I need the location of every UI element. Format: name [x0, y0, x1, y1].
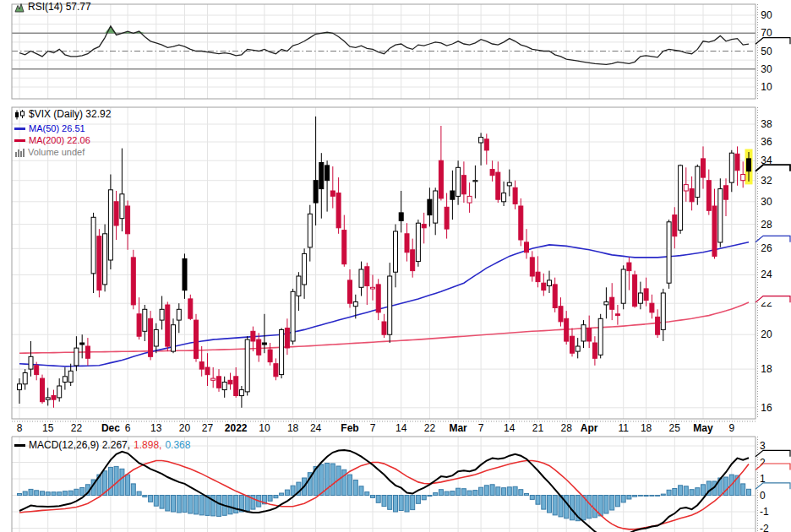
macd-histogram-bar [399, 496, 403, 511]
candle [416, 220, 420, 267]
macd-histogram-bar [80, 488, 85, 496]
ma50-legend-label: MA(50) 26.51 [29, 123, 85, 134]
macd-histogram-bar [371, 496, 375, 498]
date-axis-label: 22 [424, 422, 436, 434]
macd-histogram-bar [41, 491, 45, 496]
candle [280, 328, 284, 379]
macd-histogram-bar [496, 487, 500, 496]
macd-histogram-bar [74, 489, 79, 495]
ma50-legend: MA(50) 26.51 [14, 123, 85, 134]
candle [621, 265, 625, 309]
macd-histogram-bar [57, 492, 62, 496]
macd-histogram-bar [199, 496, 204, 515]
macd-histogram-bar [120, 469, 124, 495]
macd-histogram-bar [149, 496, 153, 502]
macd-histogram-bar [245, 496, 249, 512]
macd-histogram-bar [434, 493, 438, 496]
macd-histogram-bar [29, 489, 33, 495]
date-axis-label: 8 [17, 422, 23, 434]
macd-histogram-bar [507, 487, 511, 496]
macd-histogram-bar [228, 496, 232, 514]
date-axis-label: 2022 [225, 422, 248, 434]
date-axis-label: 18 [641, 422, 652, 434]
macd-histogram-bar [513, 486, 517, 495]
date-axis-label: Feb [341, 422, 358, 434]
macd-histogram-bar [143, 496, 147, 497]
macd-histogram-bar [519, 490, 523, 496]
macd-histogram-bar [479, 487, 483, 495]
macd-legend-label: MACD(12,26,9) 2.267, [29, 440, 130, 451]
date-axis-label: 7 [478, 422, 484, 434]
macd-histogram-bar [217, 496, 221, 517]
date-axis-label: 11 [618, 422, 629, 434]
macd-histogram-bar [177, 496, 181, 513]
macd-signal-value: 1.898, [134, 440, 161, 451]
macd-histogram-bar [627, 496, 631, 500]
macd-histogram-bar [330, 464, 335, 496]
macd-histogram-bar [394, 496, 398, 513]
macd-histogram-bar [684, 486, 688, 496]
price-axis-label: 20 [761, 328, 772, 340]
macd-histogram-bar [348, 475, 352, 495]
macd-histogram-bar [382, 496, 386, 507]
volume-bars-icon [14, 148, 25, 157]
macd-histogram-bar [548, 496, 552, 513]
price-axis-label: 30 [761, 196, 772, 208]
candle [41, 375, 45, 404]
macd-histogram-bar [565, 496, 569, 518]
rsi-axis-label: 50 [761, 46, 772, 57]
rsi-legend-label: RSI(14) 57.77 [28, 2, 91, 13]
volume-legend: Volume undef [14, 147, 85, 158]
candle [718, 178, 723, 247]
candle [149, 311, 153, 360]
symbol-legend-label: $VIX (Daily) 32.92 [29, 109, 111, 120]
price-axis-label: 32 [761, 175, 772, 187]
macd-histogram-bar [439, 490, 443, 496]
price-panel-plot-area[interactable] [12, 107, 756, 419]
price-axis-label: 16 [761, 402, 772, 414]
date-axis-label: May [693, 422, 713, 434]
macd-histogram-bar [365, 492, 369, 496]
macd-hist-value: 0.368 [165, 440, 190, 451]
macd-legend: MACD(12,26,9) 2.267, 1.898, 0.368 [14, 440, 190, 451]
rsi-legend: RSI(14) 57.77 [14, 2, 91, 13]
macd-histogram-bar [502, 488, 506, 496]
date-axis-label: 13 [150, 422, 162, 434]
price-axis-label: 26 [761, 242, 772, 254]
stockcharts-sharpchart: 907050301038363432302826242220181681522D… [0, 0, 791, 532]
macd-histogram-bar [52, 492, 56, 496]
candle [166, 301, 170, 351]
rsi-axis-label: 90 [761, 9, 772, 21]
date-axis-label: 14 [396, 422, 407, 434]
macd-histogram-bar [656, 496, 660, 497]
chart-canvas[interactable]: 907050301038363432302826242220181681522D… [0, 0, 791, 532]
macd-histogram-bar [211, 496, 215, 516]
symbol-legend: $VIX (Daily) 32.92 [14, 109, 111, 120]
rsi-axis-label: 30 [761, 63, 772, 75]
macd-histogram-bar [542, 496, 546, 510]
macd-histogram-bar [359, 486, 363, 496]
macd-histogram-bar [604, 496, 608, 514]
macd-histogram-bar [35, 491, 39, 496]
ma200-legend-label: MA(200) 22.06 [29, 135, 90, 146]
macd-histogram-bar [525, 494, 529, 496]
macd-histogram-bar [741, 484, 745, 496]
candle [245, 336, 249, 395]
date-axis-label: Dec [101, 422, 120, 434]
macd-axis-label: 0 [760, 490, 766, 502]
macd-histogram-bar [353, 480, 357, 496]
macd-histogram-bar [319, 464, 324, 496]
macd-histogram-bar [701, 485, 706, 496]
macd-histogram-bar [490, 485, 494, 496]
macd-histogram-bar [131, 484, 135, 496]
date-axis-label: 14 [504, 422, 516, 434]
macd-histogram-bar [615, 496, 619, 507]
candle [194, 314, 199, 362]
macd-histogram-bar [126, 475, 130, 495]
rsi-area-icon [14, 3, 25, 13]
macd-histogram-bar [63, 491, 67, 496]
macd-histogram-bar [610, 496, 614, 511]
macd-histogram-bar [461, 489, 466, 496]
date-axis-label: 10 [259, 422, 270, 434]
macd-histogram-bar [291, 486, 295, 495]
